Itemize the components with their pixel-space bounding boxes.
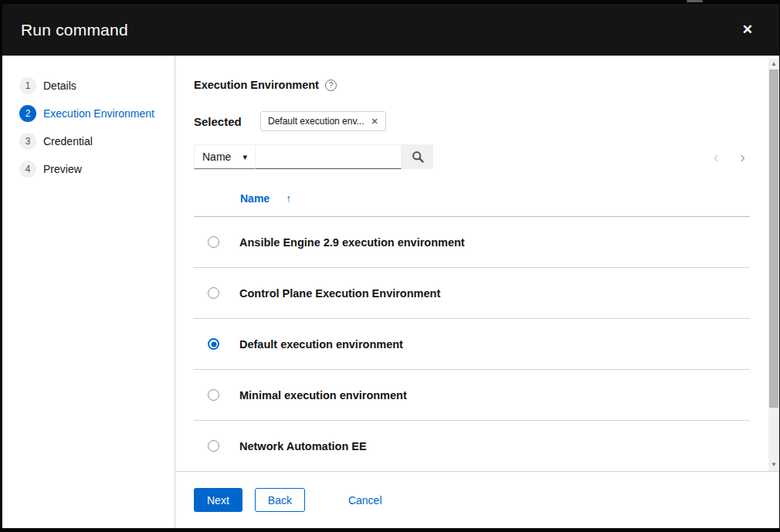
modal-body: 1Details2Execution Environment3Credentia… <box>2 56 779 528</box>
row-name[interactable]: Control Plane Execution Environment <box>239 287 440 300</box>
step-number-badge: 4 <box>19 161 36 178</box>
selected-row: Selected Default execution env... ✕ <box>194 111 750 131</box>
step-label: Preview <box>43 163 82 175</box>
scroll-down-icon[interactable]: ▼ <box>768 459 779 469</box>
selected-label: Selected <box>194 115 260 128</box>
back-button[interactable]: Back <box>255 488 305 512</box>
table-row: Minimal execution environment <box>194 370 750 421</box>
pagination: ‹ › <box>714 149 750 164</box>
search-icon <box>412 151 424 163</box>
table-row: Default execution environment <box>194 319 750 370</box>
step-number-badge: 2 <box>19 105 36 122</box>
chip-remove-icon[interactable]: ✕ <box>371 117 378 126</box>
run-command-modal: Run command ✕ 1Details2Execution Environ… <box>2 4 779 528</box>
step-number-badge: 3 <box>19 133 36 150</box>
radio-unselected[interactable] <box>208 236 219 248</box>
radio-unselected[interactable] <box>208 440 219 452</box>
chevron-down-icon: ▾ <box>242 152 247 162</box>
row-name[interactable]: Ansible Engine 2.9 execution environment <box>239 236 465 249</box>
wizard-nav: 1Details2Execution Environment3Credentia… <box>2 56 175 528</box>
radio-selected[interactable] <box>208 338 219 350</box>
row-name[interactable]: Default execution environment <box>239 338 403 351</box>
search-toolbar: Name ▾ ‹ › <box>194 144 750 169</box>
wizard-step-execution-environment[interactable]: 2Execution Environment <box>2 105 175 122</box>
chevron-left-icon[interactable]: ‹ <box>714 149 719 164</box>
column-header-name[interactable]: Name <box>240 192 270 205</box>
scroll-up-icon[interactable]: ▲ <box>768 59 779 69</box>
scroll-area: Execution Environment ? Selected Default… <box>175 56 779 471</box>
table-row: Ansible Engine 2.9 execution environment <box>194 217 750 268</box>
table-header: Name ↑ <box>194 181 750 217</box>
filter-type-dropdown[interactable]: Name ▾ <box>194 144 256 169</box>
modal-title: Run command <box>21 21 128 39</box>
section-title-row: Execution Environment ? <box>194 79 750 91</box>
step-number-badge: 1 <box>19 77 36 94</box>
wizard-step-preview[interactable]: 4Preview <box>2 161 175 178</box>
help-icon[interactable]: ? <box>325 80 337 91</box>
sort-ascending-icon[interactable]: ↑ <box>286 192 291 205</box>
search-input[interactable] <box>256 144 402 169</box>
filter-type-value: Name <box>202 151 231 163</box>
chevron-right-icon[interactable]: › <box>740 149 745 164</box>
wizard-footer: Next Back Cancel <box>175 471 779 528</box>
step-label: Details <box>43 80 76 92</box>
close-icon[interactable]: ✕ <box>742 23 753 36</box>
section-title: Execution Environment <box>194 79 319 91</box>
execution-environment-table: Name ↑ Ansible Engine 2.9 execution envi… <box>194 181 750 471</box>
cancel-button[interactable]: Cancel <box>348 488 382 512</box>
wizard-step-details[interactable]: 1Details <box>2 77 175 94</box>
modal-header: Run command ✕ <box>2 4 779 56</box>
search-button[interactable] <box>402 144 433 169</box>
ee-table-rows: Ansible Engine 2.9 execution environment… <box>194 217 750 471</box>
radio-unselected[interactable] <box>208 287 219 299</box>
wizard-steps: 1Details2Execution Environment3Credentia… <box>2 77 175 178</box>
row-name[interactable]: Minimal execution environment <box>239 389 407 402</box>
selected-chip-label: Default execution env... <box>268 116 365 127</box>
table-row: Control Plane Execution Environment <box>194 268 750 319</box>
vertical-scrollbar[interactable]: ▲ ▼ <box>768 59 779 471</box>
row-name[interactable]: Network Automation EE <box>239 440 367 452</box>
scrollbar-thumb[interactable] <box>769 69 778 408</box>
step-label: Execution Environment <box>43 107 154 120</box>
step-label: Credential <box>43 135 93 147</box>
radio-unselected[interactable] <box>208 389 219 401</box>
table-row: Network Automation EE <box>194 421 750 471</box>
background-page-scrollbar <box>687 0 703 2</box>
next-button[interactable]: Next <box>194 488 242 512</box>
wizard-main: Execution Environment ? Selected Default… <box>175 56 779 528</box>
wizard-step-credential[interactable]: 3Credential <box>2 133 175 150</box>
selected-chip: Default execution env... ✕ <box>260 111 386 131</box>
